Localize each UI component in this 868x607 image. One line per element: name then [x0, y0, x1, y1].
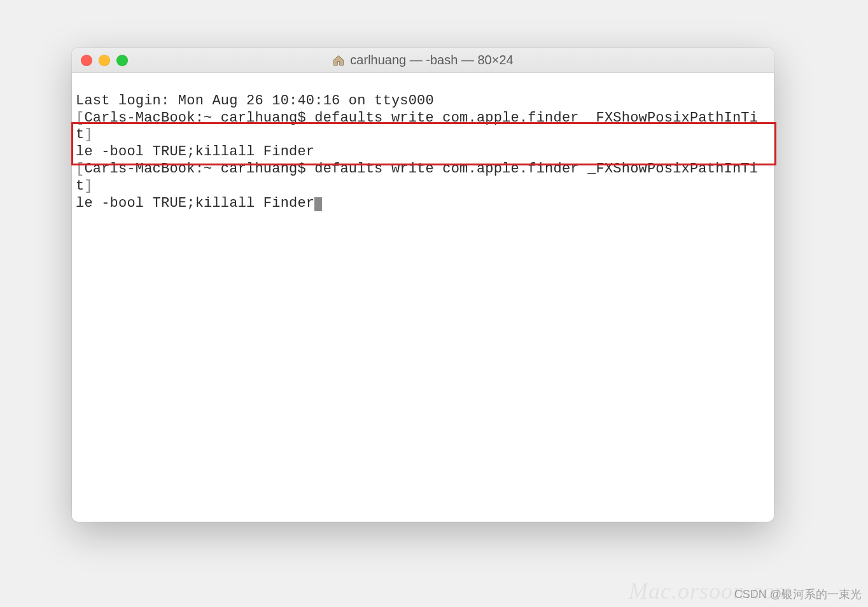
- command-2b: le -bool TRUE;killall Finder: [76, 195, 314, 211]
- command-1b: le -bool TRUE;killall Finder: [76, 144, 314, 160]
- titlebar[interactable]: carlhuang — -bash — 80×24: [72, 48, 774, 73]
- open-bracket-2: [: [76, 161, 84, 177]
- prompt-2: Carls-MacBook:~ carlhuang$: [84, 161, 314, 177]
- minimize-button[interactable]: [99, 55, 110, 66]
- terminal-body[interactable]: Last login: Mon Aug 26 10:40:16 on ttys0…: [72, 73, 774, 522]
- last-login-line: Last login: Mon Aug 26 10:40:16 on ttys0…: [76, 93, 434, 109]
- home-icon: [332, 54, 345, 67]
- close-button[interactable]: [81, 55, 92, 66]
- window-title: carlhuang — -bash — 80×24: [350, 53, 513, 67]
- cursor: [314, 197, 322, 211]
- open-bracket: [: [76, 110, 84, 126]
- window-title-wrap: carlhuang — -bash — 80×24: [332, 53, 513, 67]
- csdn-watermark: CSDN @银河系的一束光: [734, 587, 862, 602]
- close-bracket: ]: [84, 127, 92, 143]
- traffic-lights: [81, 55, 128, 66]
- terminal-window: carlhuang — -bash — 80×24 Last login: Mo…: [72, 48, 774, 522]
- prompt-1: Carls-MacBook:~ carlhuang$: [84, 110, 314, 126]
- close-bracket-2: ]: [84, 178, 92, 194]
- maximize-button[interactable]: [116, 55, 128, 66]
